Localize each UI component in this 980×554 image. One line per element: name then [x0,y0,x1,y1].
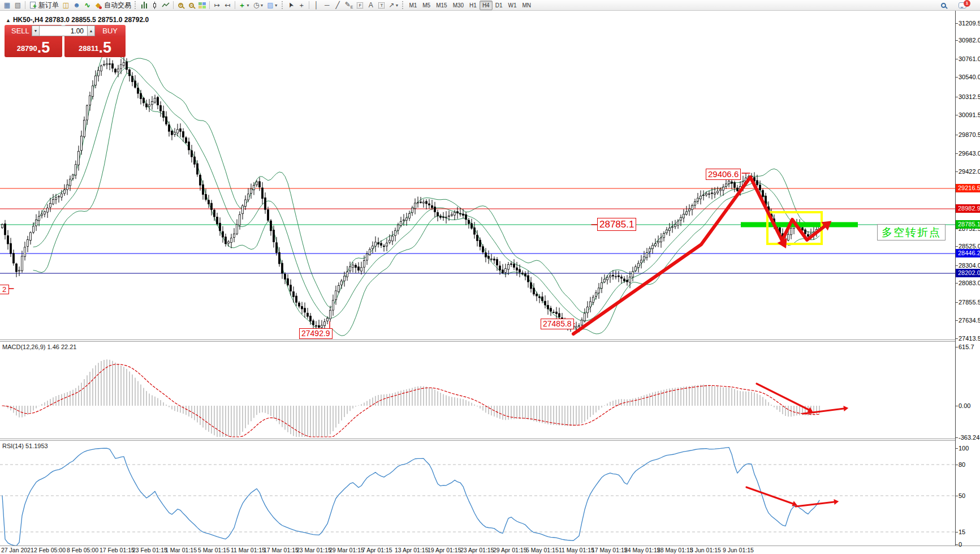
time-tick-label: 27 Jan 2021 [1,547,34,553]
bar-chart-button[interactable] [139,1,149,10]
volume-input[interactable] [40,25,87,36]
new-order-button[interactable]: ＋ [27,1,38,10]
axis-tick-mark [956,115,958,115]
collapse-triangle-icon[interactable]: ▲ [6,18,11,23]
toolbar: ▦ ▧ ＋ 新订单 ◫ ☻ ∿ ◆ 自动交易 + − ↦ ↤ ＋▼ ◷▼ ▨▼ … [0,0,980,11]
timeframe-M30[interactable]: M30 [450,1,467,10]
price-tick-label: 29870.5 [959,131,980,138]
axis-tick-mark [956,171,958,172]
fibonacci-button[interactable]: F [355,1,365,10]
axis-tick-mark [956,496,958,496]
new-chart-button[interactable]: ▦ [2,1,12,10]
timeframe-D1[interactable]: D1 [493,1,506,10]
text-button[interactable]: A [365,1,376,10]
main-chart-pane[interactable]: ▲HK50-,H4 28783.0 28855.5 28751.0 28792.… [0,11,955,340]
timeframe-H1[interactable]: H1 [467,1,480,10]
timeframe-MN[interactable]: MN [519,1,534,10]
chart-shift-button[interactable]: ↤ [222,1,233,10]
vertical-line-button[interactable]: │ [311,1,322,10]
low2-price-label: 27485.8 [541,319,574,329]
timeframe-M5[interactable]: M5 [420,1,433,10]
price-tag: 28982.9 [956,204,980,213]
axis-tick-mark [956,465,958,465]
sell-price-frac: .5 [37,40,50,55]
price-tick-label: -363.24 [959,434,979,441]
indicators-button[interactable]: ＋▼ [237,1,252,10]
signals-button[interactable]: ∿ [82,1,93,10]
auto-scroll-button[interactable]: ↦ [211,1,222,10]
crosshair-button[interactable]: ＋ [296,1,307,10]
line-chart-button[interactable] [160,1,171,10]
axis-tick-mark [956,544,958,545]
dropdown-caret-icon: ▼ [246,3,250,7]
macd-pane[interactable]: MACD(12,26,9) 1.46 22.21 [0,342,955,439]
timeframe-W1[interactable]: W1 [505,1,519,10]
signals-icon: ∿ [84,2,90,8]
notifications-button[interactable]: 1 [957,1,968,10]
search-icon [941,3,946,8]
volume-decrease-button[interactable]: ▼ [32,25,40,36]
chat-bubble-icon: 1 [959,2,966,8]
indicators-icon: ＋ [239,2,245,8]
toolbar-separator [173,1,174,9]
rsi-chart[interactable] [0,441,955,546]
autotrade-label[interactable]: 自动交易 [104,1,131,10]
axis-tick-mark [956,246,958,247]
timeframe-M15[interactable]: M15 [433,1,450,10]
time-axis[interactable]: 27 Jan 20212 Feb 05:008 Feb 05:0017 Feb … [0,547,980,554]
community-button[interactable]: ☻ [71,1,82,10]
arrows-button[interactable]: ↗▼ [387,1,400,10]
depth-of-market-button[interactable]: ◫ [61,1,71,10]
volume-increase-button[interactable]: ▲ [87,25,95,36]
price-tick-label: 28304.0 [959,262,980,269]
timeframe-H4[interactable]: H4 [480,1,493,10]
axis-tick-mark [956,437,958,438]
channel-button[interactable]: ✎E [343,1,355,10]
trendline-button[interactable]: ╱ [333,1,343,10]
profiles-button[interactable]: ▧ [12,1,23,10]
text-label-button[interactable]: T [376,1,387,10]
new-order-label[interactable]: 新订单 [38,1,59,10]
autotrade-button[interactable]: ◆ [93,1,103,10]
price-tick-label: 30091.5 [959,111,980,118]
time-tick-label: 1 Mar 01:15 [165,547,197,553]
axis-tick-mark [956,40,958,41]
zoom-out-button[interactable]: − [186,1,197,10]
candlestick-chart[interactable] [0,11,955,340]
chart-shift-icon: ↤ [225,2,230,8]
toolbar-grip [282,1,284,9]
sell-price[interactable]: 28790.5 [5,37,62,57]
search-button[interactable] [938,1,949,10]
zoom-in-button[interactable]: + [175,1,186,10]
notification-badge: 1 [964,0,970,7]
candlestick-chart-button[interactable] [149,1,160,10]
templates-button[interactable]: ▨▼ [265,1,279,10]
horizontal-line-button[interactable]: ─ [322,1,333,10]
tile-windows-button[interactable] [197,1,208,10]
macd-chart[interactable] [0,342,955,439]
time-tick-label: 3 Jun 01:15 [690,547,721,553]
timeframe-M1[interactable]: M1 [406,1,420,10]
time-tick-label: 19 Apr 01:15 [428,547,461,553]
price-tick-label: 30540.0 [959,74,980,80]
macd-label: MACD(12,26,9) 1.46 22.21 [2,343,76,350]
turning-point-label: 多空转折点 [877,224,946,241]
time-tick-label: 11 Mar 01:15 [231,547,265,553]
buy-price-main: 28811 [79,42,98,55]
axis-tick-mark [956,23,958,24]
periods-button[interactable]: ◷▼ [252,1,265,10]
time-tick-label: 23 Apr 01:15 [460,547,494,553]
cursor-button[interactable]: ➤ [286,1,296,10]
price-axis[interactable]: 31209.530982.030761.030540.030312.530091… [955,11,980,546]
timeframe-bar: M1M5M15M30H1H4D1W1MN [406,1,534,10]
buy-price[interactable]: 28811.5 [64,37,126,57]
arrows-tool-icon: ↗ [388,2,394,8]
volume-stepper: ▼ ▲ [32,25,95,36]
time-tick-label: 17 May 01:15 [592,547,628,553]
low1-price-label: 27492.9 [299,328,333,339]
toolbar-separator [209,1,210,9]
periods-clock-icon: ◷ [253,2,259,8]
rsi-pane[interactable]: RSI(14) 51.1953 [0,441,955,546]
price-tick-label: 29422.0 [959,168,980,175]
chart-title-text: HK50-,H4 28783.0 28855.5 28751.0 28792.0 [13,16,149,24]
